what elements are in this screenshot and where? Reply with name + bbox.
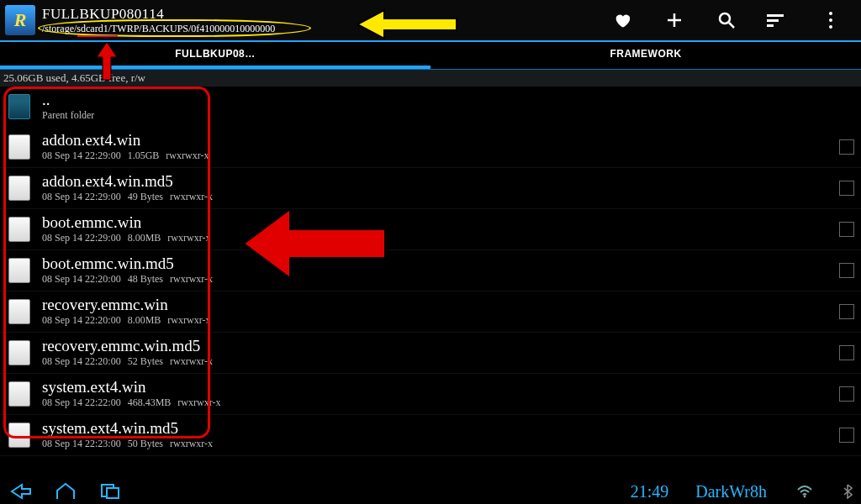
home-icon[interactable]: [54, 482, 77, 501]
file-checkbox[interactable]: [839, 263, 854, 278]
file-name: system.ext4.win.md5: [42, 419, 839, 438]
file-perm: rwxrwxr-x: [170, 438, 213, 450]
brand-label: DarkWr8h: [695, 482, 767, 501]
file-size: 49 Bytes: [128, 191, 163, 203]
system-nav-bar: 21:49 DarkWr8h: [0, 479, 861, 504]
file-checkbox[interactable]: [839, 304, 854, 319]
file-checkbox[interactable]: [839, 139, 854, 155]
file-name: recovery.emmc.win.md5: [42, 337, 839, 355]
file-name: addon.ext4.win.md5: [42, 172, 839, 191]
file-icon: [8, 217, 30, 242]
sort-icon[interactable]: [767, 8, 790, 32]
file-name: system.ext4.win: [42, 378, 839, 396]
file-date: 08 Sep 14 22:20:00: [42, 314, 121, 327]
file-name: boot.emmc.win: [42, 213, 839, 232]
parent-dots: ..: [42, 91, 854, 109]
file-row[interactable]: addon.ext4.win 08 Sep 14 22:29:001.05GBr…: [0, 127, 861, 168]
file-perm: rwxrwxr-x: [170, 355, 213, 368]
file-date: 08 Sep 14 22:20:00: [42, 355, 121, 368]
file-checkbox[interactable]: [839, 345, 854, 360]
file-row[interactable]: system.ext4.win.md5 08 Sep 14 22:23:0050…: [0, 415, 861, 456]
file-date: 08 Sep 14 22:29:00: [42, 232, 121, 244]
file-perm: rwxrwxr-x: [170, 273, 213, 286]
bluetooth-icon[interactable]: [843, 484, 853, 499]
file-perm: rwxrwxr-x: [167, 314, 210, 327]
file-date: 08 Sep 14 22:22:00: [42, 396, 121, 409]
title-block: FULLBKUP080114 /storage/sdcard1/TWRP/BAC…: [42, 6, 610, 35]
tab-bar: FULLBKUP08… FRAMEWORK: [0, 42, 861, 69]
file-row[interactable]: boot.emmc.win.md5 08 Sep 14 22:20:0048 B…: [0, 250, 861, 291]
file-size: 1.05GB: [128, 150, 160, 162]
parent-folder-row[interactable]: .. Parent folder: [0, 87, 861, 127]
file-size: 8.00MB: [128, 314, 161, 327]
wifi-icon[interactable]: [797, 485, 812, 498]
file-date: 08 Sep 14 22:23:00: [42, 438, 121, 450]
file-icon: [8, 134, 30, 160]
file-name: recovery.emmc.win: [42, 296, 839, 314]
search-icon[interactable]: [715, 8, 738, 32]
file-date: 08 Sep 14 22:29:00: [42, 150, 121, 162]
file-perm: rwxrwxr-x: [170, 191, 213, 203]
window-title: FULLBKUP080114: [42, 6, 610, 23]
parent-label: Parent folder: [42, 109, 94, 122]
file-icon: [8, 340, 30, 365]
file-perm: rwxrwxr-x: [177, 396, 220, 409]
file-date: 08 Sep 14 22:29:00: [42, 191, 121, 203]
recent-apps-icon[interactable]: [99, 482, 121, 501]
file-row[interactable]: system.ext4.win 08 Sep 14 22:22:00468.43…: [0, 374, 861, 415]
file-checkbox[interactable]: [839, 428, 854, 443]
file-row[interactable]: recovery.emmc.win.md5 08 Sep 14 22:20:00…: [0, 333, 861, 374]
tab-framework[interactable]: FRAMEWORK: [430, 42, 861, 69]
file-size: 468.43MB: [128, 396, 172, 409]
overflow-menu-icon[interactable]: [819, 8, 843, 32]
file-size: 8.00MB: [128, 232, 161, 244]
file-list: .. Parent folder addon.ext4.win 08 Sep 1…: [0, 87, 861, 456]
file-row[interactable]: recovery.emmc.win 08 Sep 14 22:20:008.00…: [0, 291, 861, 333]
file-size: 52 Bytes: [128, 355, 163, 368]
clock[interactable]: 21:49: [631, 482, 669, 501]
file-checkbox[interactable]: [839, 222, 854, 237]
file-name: boot.emmc.win.md5: [42, 255, 839, 273]
annotation-red-underline: [77, 35, 118, 37]
svg-rect-5: [107, 488, 119, 498]
file-size: 48 Bytes: [128, 273, 163, 286]
file-icon: [8, 299, 30, 324]
file-perm: rwxrwxr-x: [166, 150, 209, 162]
file-row[interactable]: boot.emmc.win 08 Sep 14 22:29:008.00MBrw…: [0, 209, 861, 250]
tab-fullbkup[interactable]: FULLBKUP08…: [0, 42, 430, 69]
file-icon: [8, 176, 30, 201]
file-perm: rwxrwxr-x: [167, 232, 210, 244]
current-path[interactable]: /storage/sdcard1/TWRP/BACKUPS/0f41000001…: [42, 23, 307, 35]
file-icon: [8, 258, 30, 283]
svg-point-0: [720, 13, 730, 24]
add-icon[interactable]: [663, 8, 686, 32]
folder-icon: [8, 94, 30, 119]
back-icon[interactable]: [8, 482, 32, 501]
favorite-icon[interactable]: [610, 8, 634, 32]
file-row[interactable]: addon.ext4.win.md5 08 Sep 14 22:29:0049 …: [0, 168, 861, 209]
file-checkbox[interactable]: [839, 181, 854, 196]
action-buttons: [610, 8, 856, 32]
file-checkbox[interactable]: [839, 386, 854, 402]
path-wrap: /storage/sdcard1/TWRP/BACKUPS/0f41000001…: [42, 23, 307, 35]
action-bar: R FULLBKUP080114 /storage/sdcard1/TWRP/B…: [0, 0, 861, 40]
file-icon: [8, 381, 30, 407]
svg-point-6: [804, 496, 806, 498]
file-icon: [8, 423, 30, 448]
file-name: addon.ext4.win: [42, 131, 839, 150]
file-date: 08 Sep 14 22:20:00: [42, 273, 121, 286]
app-icon[interactable]: R: [5, 5, 35, 35]
file-size: 50 Bytes: [128, 438, 163, 450]
storage-status: 25.06GB used, 4.65GB free, r/w: [0, 70, 861, 87]
